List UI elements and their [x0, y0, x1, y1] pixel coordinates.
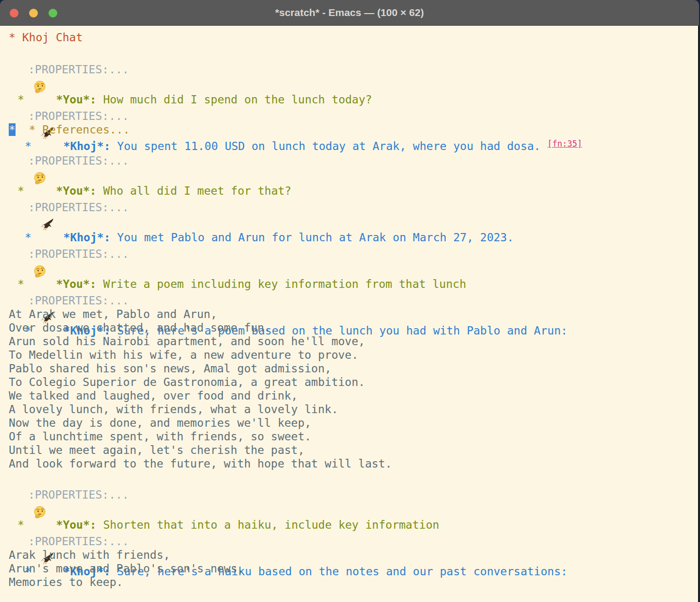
properties-drawer[interactable]: :PROPERTIES:...	[9, 294, 698, 307]
properties-drawer[interactable]: :PROPERTIES:...	[9, 535, 698, 548]
user-message-heading[interactable]: * *You*: Write a poem including key info…	[9, 230, 698, 247]
message-body-line: Arak lunch with friends,	[9, 548, 698, 562]
thinking-face-emoji	[33, 470, 47, 484]
text-run: Until we meet again, let's cherish the p…	[9, 444, 304, 456]
message-body-line: Until we meet again, let's cherish the p…	[9, 443, 698, 457]
message-body-line: Now the day is done, and memories we'll …	[9, 416, 698, 430]
message-body-line: A lovely lunch, with friends, what a lov…	[9, 402, 698, 416]
khoj-response-heading[interactable]: * *Khoj*: Sure, here's a poem based on t…	[9, 276, 698, 294]
message-body-line: At Arak we met, Pablo and Arun,	[9, 307, 698, 321]
text-run: :PROPERTIES:...	[28, 488, 129, 501]
text-run: :PROPERTIES:...	[28, 201, 129, 214]
blank-line	[9, 214, 698, 230]
blank-line	[9, 502, 698, 517]
text-run: Arun's move and Pablo's son's news,	[9, 562, 244, 575]
properties-drawer[interactable]: :PROPERTIES:...	[9, 247, 698, 261]
text-run: Pablo shared his son's news, Amal got ad…	[9, 362, 332, 375]
properties-drawer[interactable]: :PROPERTIES:...	[9, 63, 698, 76]
emacs-buffer[interactable]: * Khoj Chat* *You*: How much did I spend…	[0, 26, 699, 602]
thinking-face-emoji	[33, 45, 47, 59]
eagle-emoji	[40, 92, 54, 105]
user-message-heading[interactable]: * *You*: How much did I spend on the lun…	[9, 45, 698, 63]
text-run: Memories to keep.	[9, 576, 123, 588]
text-run: :PROPERTIES:...	[28, 63, 129, 76]
properties-drawer[interactable]: :PROPERTIES:...	[9, 488, 698, 502]
message-body-line: To Colegio Superior de Gastronomia, a gr…	[9, 375, 698, 389]
thinking-face-emoji	[33, 230, 47, 243]
text-run: Of a lunchtime spent, with friends, so s…	[9, 430, 311, 443]
message-body-line: Pablo shared his son's news, Amal got ad…	[9, 362, 698, 375]
message-body-line: Of a lunchtime spent, with friends, so s…	[9, 430, 698, 443]
blank-line	[9, 261, 698, 276]
text-run: A lovely lunch, with friends, what a lov…	[9, 403, 338, 416]
thinking-face-emoji	[33, 136, 47, 150]
text-run: To Medellin with his wife, a new adventu…	[9, 349, 358, 361]
text-run	[16, 123, 29, 136]
text-run: At Arak we met, Pablo and Arun,	[9, 308, 217, 320]
text-run: To Colegio Superior de Gastronomia, a gr…	[9, 376, 365, 388]
message-body-line: To Medellin with his wife, a new adventu…	[9, 348, 698, 362]
khoj-response-heading[interactable]: * *Khoj*: You met Pablo and Arun for lun…	[9, 183, 698, 201]
titlebar[interactable]: *scratch* - Emacs — (100 × 62)	[0, 0, 699, 26]
emacs-window: *scratch* - Emacs — (100 × 62) * Khoj Ch…	[0, 0, 699, 602]
blank-line	[9, 167, 698, 183]
khoj-response-heading[interactable]: * *Khoj*: Sure, here's a haiku based on …	[9, 517, 698, 535]
text-run: Now the day is done, and memories we'll …	[9, 417, 311, 429]
text-run: Over dosa we chatted, and had some fun.	[9, 321, 271, 334]
text-run: :PROPERTIES:...	[28, 294, 129, 307]
text-run: * Khoj Chat	[9, 31, 83, 44]
text-run: And look forward to the future, with hop…	[9, 457, 392, 470]
text-run: Arun sold his Nairobi apartment, and soo…	[9, 335, 365, 348]
properties-drawer[interactable]: :PROPERTIES:...	[9, 154, 698, 167]
text-run: :PROPERTIES:...	[28, 535, 129, 548]
text-run: :PROPERTIES:...	[28, 154, 129, 167]
references-heading[interactable]: * * References...	[9, 123, 698, 136]
text-run: :PROPERTIES:...	[28, 248, 129, 260]
user-message-heading[interactable]: * *You*: Shorten that into a haiku, incl…	[9, 470, 698, 488]
footnote-link[interactable]: [fn:35]	[548, 139, 583, 149]
text-run: Arak lunch with friends,	[9, 549, 170, 561]
properties-drawer[interactable]: :PROPERTIES:...	[9, 201, 698, 214]
window-title: *scratch* - Emacs — (100 × 62)	[0, 0, 699, 25]
message-body-line: Arun sold his Nairobi apartment, and soo…	[9, 334, 698, 348]
text-run: :PROPERTIES:...	[28, 110, 129, 122]
text-run: * References...	[29, 123, 130, 136]
text-cursor: *	[9, 123, 16, 136]
text-run: We talked and laughed, over food and dri…	[9, 389, 298, 402]
eagle-emoji	[40, 183, 54, 197]
eagle-emoji	[40, 276, 54, 290]
properties-drawer[interactable]: :PROPERTIES:...	[9, 109, 698, 123]
message-body-line: And look forward to the future, with hop…	[9, 457, 698, 470]
khoj-response-heading[interactable]: * *Khoj*: You spent 11.00 USD on lunch t…	[9, 92, 698, 109]
eagle-emoji	[40, 517, 54, 531]
org-level1-heading[interactable]: * Khoj Chat	[9, 30, 698, 45]
blank-line	[9, 76, 698, 92]
message-body-line: We talked and laughed, over food and dri…	[9, 389, 698, 402]
